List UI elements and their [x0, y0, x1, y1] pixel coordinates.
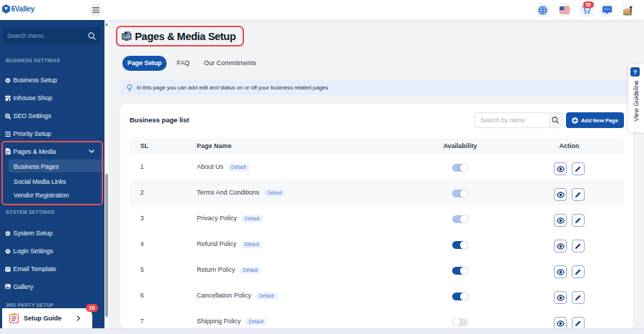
svg-text:View Guideline: View Guideline [633, 80, 640, 122]
